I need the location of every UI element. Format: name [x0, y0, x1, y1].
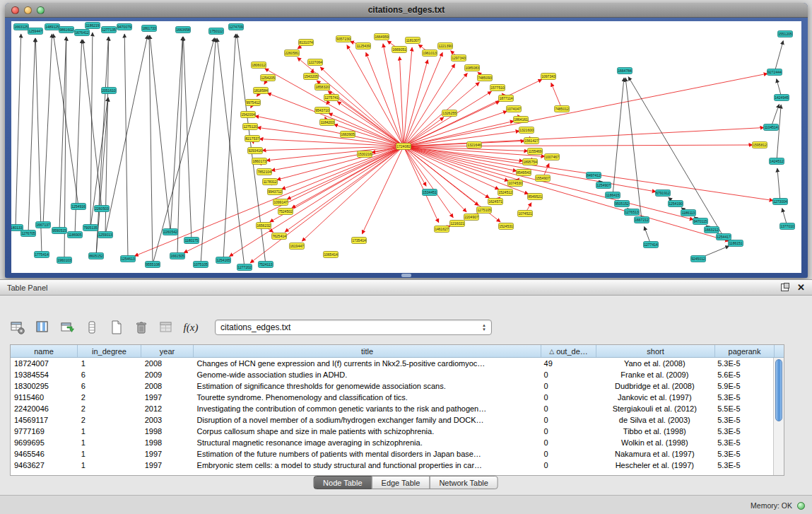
tab-network-table[interactable]: Network Table [429, 476, 498, 489]
close-window-button[interactable] [11, 6, 19, 14]
graph-node[interactable]: 2260581 [285, 50, 300, 57]
graph-node[interactable]: 1125439 [356, 43, 371, 49]
graph-node[interactable]: 1216021 [450, 221, 465, 227]
graph-node[interactable]: 9505152 [615, 201, 630, 207]
graph-node[interactable]: 1178312 [263, 179, 278, 185]
table-row[interactable]: 969969511998Structural magnetic resonanc… [11, 437, 773, 448]
graph-node[interactable]: 1818584 [254, 88, 269, 94]
graph-node[interactable]: 1186905 [68, 232, 83, 238]
graph-node[interactable]: 1254165 [216, 257, 231, 264]
graph-node[interactable]: 7485093 [478, 75, 493, 81]
graph-node[interactable]: 8549543 [517, 170, 531, 176]
graph-node[interactable]: 1297343 [452, 55, 466, 62]
graph-node[interactable]: 1277202 [237, 264, 252, 271]
graph-node[interactable]: 1960103 [57, 257, 72, 264]
graph-node[interactable]: 9470079 [117, 24, 132, 30]
graph-node[interactable]: 1186219 [86, 23, 100, 29]
graph-node[interactable]: 9245012 [691, 256, 706, 262]
graph-node[interactable]: 1530216 [358, 151, 372, 158]
graph-node[interactable]: 1461627 [435, 226, 449, 233]
graph-node[interactable]: 1180133 [11, 225, 23, 231]
graph-node[interactable]: 8549521 [528, 194, 543, 200]
graph-node[interactable]: 1656232 [257, 223, 271, 229]
graph-node[interactable]: 1554907 [536, 175, 551, 182]
graph-node[interactable]: 1254907 [596, 182, 611, 189]
graph-node[interactable]: 1895754 [523, 159, 538, 165]
graph-node[interactable]: 1595812 [753, 142, 767, 148]
graph-node[interactable]: 9470115 [693, 218, 708, 225]
graph-node[interactable]: 1864161 [514, 117, 529, 123]
graph-node[interactable]: 1074521 [518, 211, 533, 217]
graph-node[interactable]: 1277135 [102, 27, 117, 33]
graph-node[interactable]: 7485012 [555, 106, 570, 112]
graph-node[interactable]: 1489125 [45, 24, 60, 30]
graph-node[interactable]: 1104514 [764, 124, 779, 131]
graph-node[interactable]: 9861602 [59, 27, 74, 33]
graph-node[interactable]: 7524502 [278, 209, 293, 215]
column-header-short[interactable]: short [596, 345, 715, 357]
graph-node[interactable]: 1377010 [780, 223, 795, 230]
graph-node[interactable]: 1276705 [21, 230, 36, 237]
tab-edge-table[interactable]: Edge Table [372, 476, 430, 489]
graph-node[interactable]: 1155469 [528, 148, 543, 155]
graph-node[interactable]: 1180175 [184, 238, 199, 244]
graph-node[interactable]: 1524512 [498, 189, 513, 196]
graph-node[interactable]: 1321600 [519, 127, 534, 134]
graph-node[interactable]: 7905135 [83, 225, 98, 231]
graph-node[interactable]: 1861733 [142, 25, 157, 32]
graph-node[interactable]: 1254190 [669, 201, 683, 207]
graph-node[interactable]: 1274709 [229, 24, 244, 30]
graph-node[interactable]: 1664784 [618, 68, 632, 74]
record-column-button[interactable] [83, 318, 101, 337]
column-header-year[interactable]: year [141, 345, 194, 357]
graph-node[interactable]: 1326255 [442, 110, 457, 117]
graph-node[interactable]: 9272444 [767, 69, 782, 76]
function-builder-button[interactable]: f(x) [182, 318, 200, 337]
graph-node[interactable]: 1007467 [545, 154, 560, 160]
table-source-dropdown[interactable]: citations_edges.txt [215, 320, 492, 335]
graph-node[interactable]: 1273004 [773, 199, 788, 205]
delete-table-button[interactable] [132, 318, 151, 337]
graph-node[interactable]: 6791912 [656, 190, 671, 197]
graph-node[interactable]: 1074530 [508, 180, 523, 187]
column-header-in_degree[interactable]: in_degree [78, 345, 141, 357]
graph-node[interactable]: 1806012 [252, 62, 266, 69]
import-table-button[interactable] [157, 318, 175, 337]
graph-node[interactable]: 1074047 [507, 106, 522, 112]
window-resize-notch[interactable] [401, 274, 411, 277]
graph-node[interactable]: 1542004 [241, 112, 256, 118]
graph-node[interactable]: 1254613 [121, 256, 136, 262]
zoom-window-button[interactable] [37, 6, 45, 14]
table-scrollbar[interactable] [773, 358, 784, 475]
graph-node[interactable]: 7852104 [257, 169, 272, 175]
graph-node[interactable]: 2260542 [163, 229, 178, 235]
graph-node[interactable]: 9555108 [146, 262, 160, 268]
graph-node[interactable]: 1750112 [209, 28, 224, 35]
graph-node[interactable]: 8497412 [587, 173, 601, 179]
graph-node[interactable]: 1577510 [490, 85, 505, 91]
graph-node[interactable]: 1259013 [98, 232, 113, 238]
graph-node[interactable]: 1543205 [304, 74, 319, 80]
graph-node[interactable]: 1664959 [375, 34, 389, 40]
graph-node[interactable]: 1724082 [396, 144, 411, 150]
new-table-button[interactable] [107, 318, 126, 337]
graph-node[interactable]: 1276513 [625, 209, 640, 216]
graph-node[interactable]: 1227064 [308, 59, 323, 66]
graph-node[interactable]: 1099147 [273, 199, 288, 206]
graph-node[interactable]: 1860173 [252, 158, 267, 165]
column-header-out_de[interactable]: △out_de… [541, 345, 596, 357]
graph-node[interactable]: 1186415 [606, 192, 620, 199]
table-settings-button[interactable] [8, 318, 27, 337]
graph-node[interactable]: 1561427 [524, 138, 539, 144]
table-row[interactable]: 1456911722003Disruption of a novel membe… [11, 414, 773, 426]
table-row[interactable]: 1830029562008Estimation of significance … [11, 380, 773, 392]
column-header-pagerank[interactable]: pagerank [715, 345, 775, 357]
graph-node[interactable]: 1321646 [467, 142, 482, 148]
table-row[interactable]: 2242004622012Investigating the contribut… [11, 403, 773, 414]
import-column-button[interactable] [58, 318, 76, 337]
graph-node[interactable]: 1663212 [705, 227, 719, 233]
graph-node[interactable]: 1254205 [261, 75, 276, 81]
graph-node[interactable]: 1186151 [729, 240, 743, 247]
graph-node[interactable]: 1676412 [75, 30, 90, 36]
graph-node[interactable]: 1735414 [352, 238, 367, 244]
